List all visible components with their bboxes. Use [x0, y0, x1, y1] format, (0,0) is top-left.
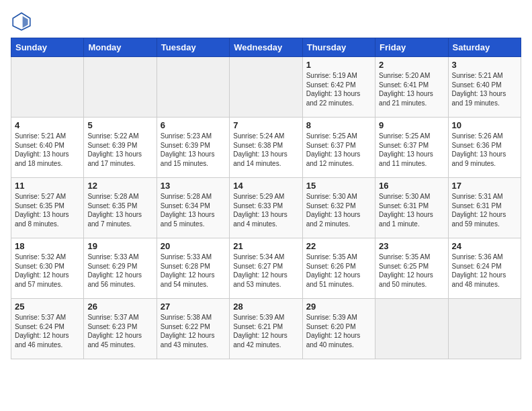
calendar-cell: 25Sunrise: 5:37 AM Sunset: 6:24 PM Dayli…: [11, 299, 84, 359]
day-info: Sunrise: 5:33 AM Sunset: 6:29 PM Dayligh…: [87, 253, 152, 289]
day-info: Sunrise: 5:35 AM Sunset: 6:26 PM Dayligh…: [306, 253, 371, 289]
day-number: 25: [15, 302, 80, 312]
calendar-cell: 3Sunrise: 5:21 AM Sunset: 6:40 PM Daylig…: [448, 57, 521, 118]
calendar-cell: [375, 299, 448, 359]
calendar-cell: 11Sunrise: 5:27 AM Sunset: 6:35 PM Dayli…: [11, 178, 84, 238]
header-cell-friday: Friday: [375, 38, 448, 57]
day-number: 1: [306, 60, 371, 70]
day-info: Sunrise: 5:19 AM Sunset: 6:42 PM Dayligh…: [306, 71, 371, 107]
calendar-cell: 29Sunrise: 5:39 AM Sunset: 6:20 PM Dayli…: [302, 299, 375, 359]
day-info: Sunrise: 5:39 AM Sunset: 6:21 PM Dayligh…: [233, 313, 298, 349]
calendar-cell: 27Sunrise: 5:38 AM Sunset: 6:22 PM Dayli…: [157, 299, 229, 359]
day-info: Sunrise: 5:25 AM Sunset: 6:37 PM Dayligh…: [306, 132, 371, 168]
day-number: 27: [161, 302, 226, 312]
calendar-cell: 1Sunrise: 5:19 AM Sunset: 6:42 PM Daylig…: [302, 57, 375, 118]
day-number: 2: [379, 60, 444, 70]
calendar-cell: 5Sunrise: 5:22 AM Sunset: 6:39 PM Daylig…: [84, 118, 157, 178]
day-number: 18: [15, 241, 80, 251]
calendar-cell: 6Sunrise: 5:23 AM Sunset: 6:39 PM Daylig…: [157, 118, 229, 178]
calendar-cell: 14Sunrise: 5:29 AM Sunset: 6:33 PM Dayli…: [230, 178, 302, 238]
day-info: Sunrise: 5:37 AM Sunset: 6:24 PM Dayligh…: [15, 313, 80, 349]
header: [11, 11, 521, 32]
calendar-cell: 17Sunrise: 5:31 AM Sunset: 6:31 PM Dayli…: [448, 178, 521, 238]
calendar-body: 1Sunrise: 5:19 AM Sunset: 6:42 PM Daylig…: [11, 57, 521, 359]
calendar-cell: 19Sunrise: 5:33 AM Sunset: 6:29 PM Dayli…: [84, 238, 157, 299]
day-number: 17: [452, 181, 517, 191]
day-number: 4: [15, 120, 80, 130]
header-cell-tuesday: Tuesday: [157, 38, 229, 57]
calendar-cell: [230, 57, 302, 118]
calendar-header: SundayMondayTuesdayWednesdayThursdayFrid…: [11, 38, 521, 57]
calendar-cell: 4Sunrise: 5:21 AM Sunset: 6:40 PM Daylig…: [11, 118, 84, 178]
day-number: 28: [233, 302, 298, 312]
day-info: Sunrise: 5:26 AM Sunset: 6:36 PM Dayligh…: [452, 132, 517, 168]
day-info: Sunrise: 5:31 AM Sunset: 6:31 PM Dayligh…: [452, 192, 517, 228]
day-number: 3: [452, 60, 517, 70]
header-cell-monday: Monday: [84, 38, 157, 57]
day-number: 23: [379, 241, 444, 251]
calendar-cell: [448, 299, 521, 359]
day-number: 9: [379, 120, 444, 130]
day-number: 7: [233, 120, 298, 130]
day-number: 5: [87, 120, 152, 130]
calendar-cell: 20Sunrise: 5:33 AM Sunset: 6:28 PM Dayli…: [157, 238, 229, 299]
calendar-cell: [84, 57, 157, 118]
day-info: Sunrise: 5:30 AM Sunset: 6:32 PM Dayligh…: [306, 192, 371, 228]
calendar-cell: 24Sunrise: 5:36 AM Sunset: 6:24 PM Dayli…: [448, 238, 521, 299]
calendar-week-1: 1Sunrise: 5:19 AM Sunset: 6:42 PM Daylig…: [11, 57, 521, 118]
calendar-cell: 15Sunrise: 5:30 AM Sunset: 6:32 PM Dayli…: [302, 178, 375, 238]
day-info: Sunrise: 5:37 AM Sunset: 6:23 PM Dayligh…: [87, 313, 152, 349]
calendar-week-5: 25Sunrise: 5:37 AM Sunset: 6:24 PM Dayli…: [11, 299, 521, 359]
day-number: 24: [452, 241, 517, 251]
day-number: 14: [233, 181, 298, 191]
day-info: Sunrise: 5:38 AM Sunset: 6:22 PM Dayligh…: [161, 313, 226, 349]
day-number: 11: [15, 181, 80, 191]
day-info: Sunrise: 5:23 AM Sunset: 6:39 PM Dayligh…: [161, 132, 226, 168]
day-info: Sunrise: 5:29 AM Sunset: 6:33 PM Dayligh…: [233, 192, 298, 228]
calendar-cell: 18Sunrise: 5:32 AM Sunset: 6:30 PM Dayli…: [11, 238, 84, 299]
day-number: 13: [161, 181, 226, 191]
calendar-cell: 16Sunrise: 5:30 AM Sunset: 6:31 PM Dayli…: [375, 178, 448, 238]
day-number: 12: [87, 181, 152, 191]
header-cell-sunday: Sunday: [11, 38, 84, 57]
logo: [11, 11, 35, 32]
day-info: Sunrise: 5:28 AM Sunset: 6:34 PM Dayligh…: [161, 192, 226, 228]
day-number: 22: [306, 241, 371, 251]
day-info: Sunrise: 5:33 AM Sunset: 6:28 PM Dayligh…: [161, 253, 226, 289]
logo-icon: [11, 11, 32, 32]
calendar-cell: 2Sunrise: 5:20 AM Sunset: 6:41 PM Daylig…: [375, 57, 448, 118]
header-cell-thursday: Thursday: [302, 38, 375, 57]
day-info: Sunrise: 5:34 AM Sunset: 6:27 PM Dayligh…: [233, 253, 298, 289]
calendar-week-4: 18Sunrise: 5:32 AM Sunset: 6:30 PM Dayli…: [11, 238, 521, 299]
day-info: Sunrise: 5:32 AM Sunset: 6:30 PM Dayligh…: [15, 253, 80, 289]
calendar-cell: [11, 57, 84, 118]
calendar-cell: 23Sunrise: 5:35 AM Sunset: 6:25 PM Dayli…: [375, 238, 448, 299]
day-number: 15: [306, 181, 371, 191]
calendar-week-3: 11Sunrise: 5:27 AM Sunset: 6:35 PM Dayli…: [11, 178, 521, 238]
day-info: Sunrise: 5:30 AM Sunset: 6:31 PM Dayligh…: [379, 192, 444, 228]
svg-marker-1: [23, 16, 28, 28]
calendar-cell: 13Sunrise: 5:28 AM Sunset: 6:34 PM Dayli…: [157, 178, 229, 238]
day-info: Sunrise: 5:28 AM Sunset: 6:35 PM Dayligh…: [87, 192, 152, 228]
header-cell-saturday: Saturday: [448, 38, 521, 57]
day-info: Sunrise: 5:20 AM Sunset: 6:41 PM Dayligh…: [379, 71, 444, 107]
calendar-cell: 26Sunrise: 5:37 AM Sunset: 6:23 PM Dayli…: [84, 299, 157, 359]
day-info: Sunrise: 5:24 AM Sunset: 6:38 PM Dayligh…: [233, 132, 298, 168]
day-number: 19: [87, 241, 152, 251]
day-info: Sunrise: 5:22 AM Sunset: 6:39 PM Dayligh…: [87, 132, 152, 168]
day-number: 20: [161, 241, 226, 251]
day-number: 29: [306, 302, 371, 312]
header-cell-wednesday: Wednesday: [230, 38, 302, 57]
day-number: 26: [87, 302, 152, 312]
calendar-cell: 10Sunrise: 5:26 AM Sunset: 6:36 PM Dayli…: [448, 118, 521, 178]
calendar-cell: 8Sunrise: 5:25 AM Sunset: 6:37 PM Daylig…: [302, 118, 375, 178]
calendar-cell: 9Sunrise: 5:25 AM Sunset: 6:37 PM Daylig…: [375, 118, 448, 178]
day-number: 8: [306, 120, 371, 130]
calendar-cell: [157, 57, 229, 118]
day-info: Sunrise: 5:21 AM Sunset: 6:40 PM Dayligh…: [452, 71, 517, 107]
calendar-cell: 28Sunrise: 5:39 AM Sunset: 6:21 PM Dayli…: [230, 299, 302, 359]
day-number: 10: [452, 120, 517, 130]
day-number: 16: [379, 181, 444, 191]
calendar-cell: 22Sunrise: 5:35 AM Sunset: 6:26 PM Dayli…: [302, 238, 375, 299]
calendar-cell: 12Sunrise: 5:28 AM Sunset: 6:35 PM Dayli…: [84, 178, 157, 238]
